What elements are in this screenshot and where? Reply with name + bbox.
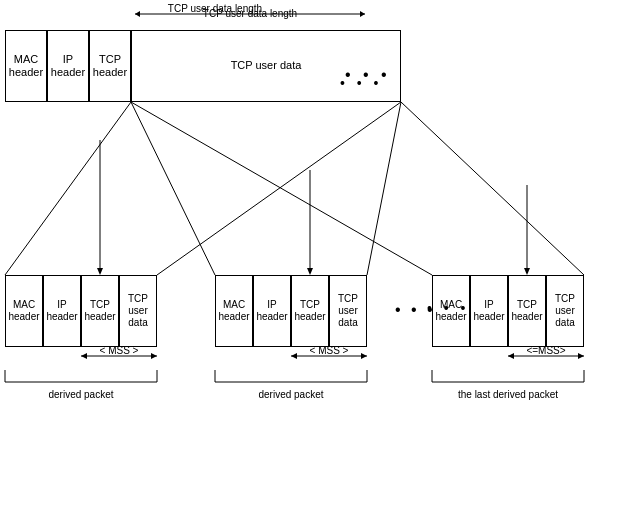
svg-line-6 — [131, 102, 215, 275]
svg-marker-17 — [81, 353, 87, 359]
svg-line-5 — [157, 102, 401, 275]
last-mac-header: MAC header — [432, 275, 470, 347]
last-tcp-header: TCP header — [508, 275, 546, 347]
second-mac-header: MAC header — [215, 275, 253, 347]
svg-marker-18 — [151, 353, 157, 359]
second-tcp-header: TCP header — [291, 275, 329, 347]
dots-top: • • • — [340, 75, 382, 91]
first-tcp-header: TCP header — [81, 275, 119, 347]
last-tcp-data: TCP user data — [546, 275, 584, 347]
svg-line-7 — [367, 102, 401, 275]
svg-marker-22 — [361, 353, 367, 359]
svg-line-9 — [131, 102, 432, 275]
first-packet-group: MAC header IP header TCP header TCP user… — [5, 275, 157, 347]
top-tcp-header: TCP header — [89, 30, 131, 102]
svg-line-4 — [5, 102, 131, 275]
svg-marker-26 — [578, 353, 584, 359]
first-tcp-data: TCP user data — [119, 275, 157, 347]
top-ip-header: IP header — [47, 30, 89, 102]
top-packet: MAC header IP header TCP header TCP user… — [5, 30, 401, 102]
first-ip-header: IP header — [43, 275, 81, 347]
second-ip-header: IP header — [253, 275, 291, 347]
top-mac-header: MAC header — [5, 30, 47, 102]
first-packet-row: MAC header IP header TCP header TCP user… — [5, 275, 157, 347]
svg-marker-25 — [508, 353, 514, 359]
svg-marker-11 — [97, 268, 103, 275]
svg-text:the last derived packet: the last derived packet — [458, 389, 558, 400]
svg-line-8 — [401, 102, 584, 275]
svg-marker-15 — [524, 268, 530, 275]
diagram-container: TCP user data length MAC header IP heade… — [0, 0, 629, 506]
svg-text:derived packet: derived packet — [258, 389, 323, 400]
last-packet-row: MAC header IP header TCP header TCP user… — [432, 275, 584, 347]
second-packet-group: MAC header IP header TCP header TCP user… — [215, 275, 367, 347]
svg-marker-13 — [307, 268, 313, 275]
second-tcp-data: TCP user data — [329, 275, 367, 347]
last-packet-group: MAC header IP header TCP header TCP user… — [432, 275, 584, 347]
second-packet-row: MAC header IP header TCP header TCP user… — [215, 275, 367, 347]
last-ip-header: IP header — [470, 275, 508, 347]
first-mac-header: MAC header — [5, 275, 43, 347]
svg-text:derived packet: derived packet — [48, 389, 113, 400]
tcp-user-data-length-label: TCP user data length — [135, 8, 365, 19]
top-tcp-data: TCP user data — [131, 30, 401, 102]
svg-marker-21 — [291, 353, 297, 359]
